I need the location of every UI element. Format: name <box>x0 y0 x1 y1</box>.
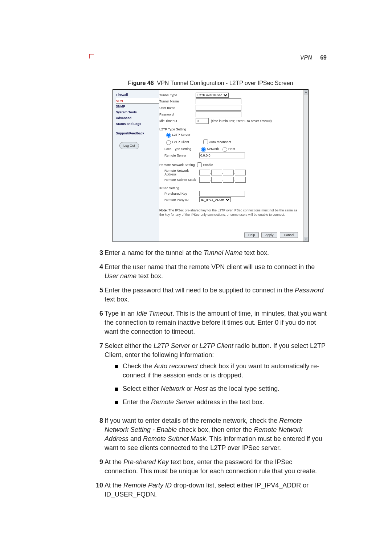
sidebar: Firewall VPN SNMP System Tools Advanced … <box>113 90 159 242</box>
party-lbl: Remote Party ID <box>164 198 199 202</box>
rm3[interactable] <box>223 177 234 183</box>
step-7-sub3: Enter the Remote Server address in the t… <box>114 398 327 411</box>
remote-enable-lbl: Enable <box>203 163 213 167</box>
local-network-lbl: Network <box>207 147 219 151</box>
rm2[interactable] <box>211 177 222 183</box>
psk-lbl: Pre-shared Key <box>164 192 199 195</box>
psk-input[interactable] <box>199 191 245 197</box>
screenshot: Firewall VPN SNMP System Tools Advanced … <box>113 89 309 242</box>
step-3: 3 Enter a name for the tunnel at the Tun… <box>94 248 327 263</box>
figure-title: VPN Tunnel Configuration - L2TP over IPS… <box>157 80 293 86</box>
apply-button[interactable]: Apply <box>261 232 278 238</box>
ra3[interactable] <box>223 170 234 175</box>
tunnel-type-select[interactable]: L2TP over IPSec <box>196 93 229 98</box>
nav-support[interactable]: Support/Feedback <box>116 130 159 136</box>
lbl-user-name: User name <box>159 106 196 110</box>
rm1[interactable] <box>199 177 210 183</box>
step-7-sub1: Check the Auto reconnect check box if yo… <box>114 362 327 384</box>
password-input[interactable] <box>196 112 241 117</box>
auto-reconnect-lbl: Auto reconnect <box>209 140 231 144</box>
party-select[interactable]: ID_IPV4_ADDR <box>199 197 231 202</box>
step-8: 8 If you want to enter details of the re… <box>94 416 327 458</box>
ipsec-heading: IPSec Setting <box>159 186 301 190</box>
local-host-lbl: Host <box>228 147 235 151</box>
local-host-radio[interactable] <box>222 147 227 152</box>
ra1[interactable] <box>199 170 210 175</box>
step-6: 6 Type in an Idle Timeout. This is the a… <box>94 309 327 341</box>
scroll-up-icon[interactable]: ▴ <box>304 90 308 94</box>
step-7-sublist: Check the Auto reconnect check box if yo… <box>114 362 327 411</box>
lbl-tunnel-name: Tunnel Name <box>159 100 196 103</box>
tunnel-name-input[interactable] <box>196 98 241 104</box>
lbl-tunnel-type: Tunnel Type <box>159 93 196 97</box>
nav-vpn[interactable]: VPN <box>116 98 159 104</box>
ra4[interactable] <box>235 170 246 175</box>
page-number: 69 <box>320 54 327 61</box>
auto-reconnect-check[interactable] <box>203 139 208 144</box>
lbl-password: Password <box>159 113 196 116</box>
lbl-idle: Idle Timeout <box>159 119 196 123</box>
idle-input[interactable] <box>196 118 209 124</box>
section-name: VPN <box>300 54 312 61</box>
nav-advanced[interactable]: Advanced <box>116 115 159 121</box>
nav-system-tools[interactable]: System Tools <box>116 109 159 115</box>
remote-server-input[interactable] <box>199 153 245 158</box>
step-4: 4 Enter the user name that the remote VP… <box>94 263 327 286</box>
remote-addr-lbl: Remote Network Address <box>164 169 199 176</box>
nav-firewall[interactable]: Firewall <box>116 92 159 98</box>
logout-button[interactable]: Log Out <box>119 142 139 149</box>
l2tp-server-lbl: L2TP Server <box>172 133 190 137</box>
note-text: Note: The IPSec pre-shared key for the L… <box>159 208 301 217</box>
local-type-lbl: Local Type Setting <box>164 147 199 151</box>
user-name-input[interactable] <box>196 105 241 111</box>
step-5: 5 Enter the password that will need to b… <box>94 286 327 309</box>
remote-server-lbl: Remote Server <box>164 154 199 157</box>
ra2[interactable] <box>211 170 222 175</box>
remote-net-heading: Remote Network Setting <box>159 163 196 167</box>
cancel-button[interactable]: Cancel <box>280 232 298 238</box>
step-9: 9 At the Pre-shared Key text box, enter … <box>94 458 327 481</box>
step-7-sub2: Select either Network or Host as the loc… <box>114 384 327 398</box>
step-7: 7 Select either the L2TP Server or L2TP … <box>94 341 327 416</box>
running-head: VPN 69 <box>300 54 327 61</box>
rm4[interactable] <box>235 177 246 183</box>
remote-mask-lbl: Remote Subnet Mask <box>164 178 199 182</box>
idle-hint: (time in minutes; Enter 0 to never timeo… <box>211 119 272 123</box>
nav-status-logs[interactable]: Status and Logs <box>116 121 159 127</box>
nav-snmp[interactable]: SNMP <box>116 104 159 109</box>
form-panel: Tunnel Type L2TP over IPSec Tunnel Name … <box>156 90 304 242</box>
remote-enable-check[interactable] <box>197 162 202 167</box>
l2tp-server-radio[interactable] <box>166 133 171 138</box>
l2tp-client-lbl: L2TP Client <box>172 140 202 144</box>
figure-caption: Figure 46 VPN Tunnel Configuration - L2T… <box>94 80 327 86</box>
scrollbar[interactable]: ▴ ▾ <box>303 90 308 242</box>
help-button[interactable]: Help <box>244 232 259 238</box>
local-network-radio[interactable] <box>201 147 206 152</box>
step-10: 10 At the Remote Party ID drop-down list… <box>94 481 327 504</box>
l2tp-client-radio[interactable] <box>166 140 171 145</box>
l2tp-heading: L2TP Type Setting <box>159 127 301 131</box>
scroll-down-icon[interactable]: ▾ <box>304 237 308 242</box>
corner-accent <box>89 54 94 58</box>
figure-label: Figure 46 <box>128 80 154 86</box>
step-list: 3 Enter a name for the tunnel at the Tun… <box>94 248 327 504</box>
